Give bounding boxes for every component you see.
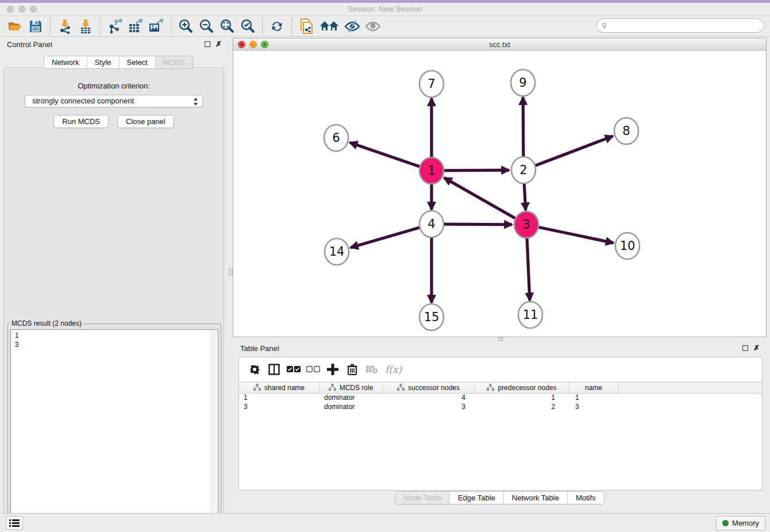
node-label: 2 [519, 163, 527, 177]
node-10[interactable]: 10 [615, 233, 640, 259]
network-graph[interactable]: 7968124314101511 [233, 51, 766, 337]
table-panel-title: Table Panel [240, 344, 279, 353]
cell[interactable]: 1 [475, 394, 569, 403]
table-row[interactable]: 3dominator323 [239, 403, 762, 412]
node-label: 15 [424, 310, 440, 324]
cell[interactable]: dominator [319, 403, 383, 412]
splitpane-divider-handle[interactable] [498, 337, 503, 341]
close-panel-icon[interactable]: ✗ [753, 344, 760, 352]
node-1[interactable]: 1 [419, 157, 444, 184]
edge-3-1[interactable] [444, 178, 526, 225]
optimization-criterion-dropdown[interactable]: strongly connected component [25, 95, 203, 107]
close-panel-icon[interactable]: ✗ [215, 40, 222, 48]
node-9[interactable]: 9 [511, 70, 535, 96]
tab-style[interactable]: Style [87, 56, 120, 68]
mcds-tab-content: Optimization criterion: strongly connect… [3, 67, 224, 532]
main-toolbar: ⚲ [0, 16, 770, 37]
network-view-window: ✕ − + scc.txt 7968124314101511 [233, 38, 767, 337]
node-label: 14 [329, 245, 345, 259]
network-canvas[interactable]: 7968124314101511 [233, 51, 766, 337]
tab-edge-table[interactable]: Edge Table [450, 492, 504, 504]
splitpane-divider-handle[interactable] [228, 268, 233, 275]
zoom-fit-icon[interactable] [218, 18, 236, 34]
tree-icon [397, 384, 405, 392]
show-eye-icon[interactable] [364, 18, 382, 34]
node-15[interactable]: 15 [419, 304, 444, 330]
edge-3-10[interactable] [526, 225, 614, 243]
save-icon[interactable] [27, 18, 44, 34]
scrollbar[interactable] [211, 330, 217, 531]
tab-network-table[interactable]: Network Table [504, 492, 568, 504]
tab-network[interactable]: Network [44, 56, 87, 68]
cell[interactable]: 4 [383, 394, 475, 403]
tab-select[interactable]: Select [120, 56, 156, 68]
mcds-result-list[interactable]: 13 [10, 329, 218, 532]
tab-motifs[interactable]: Motifs [568, 492, 604, 504]
tree-icon [329, 384, 336, 392]
network-window-title: scc.txt [233, 40, 766, 49]
node-14[interactable]: 14 [325, 238, 349, 265]
gear-icon[interactable] [245, 361, 264, 378]
columns-icon[interactable] [264, 361, 284, 378]
refresh-layout-icon[interactable] [268, 18, 286, 34]
select-all-icon[interactable] [284, 361, 303, 378]
cell[interactable]: dominator [319, 394, 383, 403]
task-history-button[interactable] [6, 516, 23, 530]
column-header-name[interactable]: name [569, 383, 618, 393]
delete-table-icon[interactable] [362, 361, 382, 378]
edge-1-6[interactable] [350, 142, 432, 171]
zoom-selected-icon[interactable] [239, 18, 256, 34]
cell[interactable]: 3 [239, 403, 319, 412]
search-field[interactable]: ⚲ [596, 18, 764, 33]
search-input[interactable] [610, 22, 759, 30]
table-row[interactable]: 1dominator411 [239, 394, 762, 403]
column-header-MCDS-role[interactable]: MCDS role [319, 383, 383, 393]
add-icon[interactable] [323, 361, 342, 378]
chevron-up-down-icon [193, 97, 198, 107]
import-network-icon[interactable] [56, 18, 74, 34]
export-table-icon[interactable] [127, 18, 144, 34]
node-11[interactable]: 11 [518, 302, 542, 328]
export-network-icon[interactable] [106, 18, 124, 34]
table-panel-header: Table Panel ✗ [233, 342, 767, 356]
cell[interactable]: 1 [239, 394, 319, 403]
close-panel-button[interactable]: Close panel [117, 115, 174, 128]
node-4[interactable]: 4 [419, 211, 444, 237]
toolbar-separator [262, 18, 263, 35]
cell[interactable]: 3 [569, 403, 618, 412]
tab-mcds[interactable]: MCDS [156, 56, 192, 68]
open-folder-icon[interactable] [6, 18, 24, 34]
export-image-icon[interactable] [148, 18, 165, 34]
float-panel-icon[interactable] [742, 345, 748, 351]
node-2[interactable]: 2 [511, 157, 536, 183]
function-icon[interactable]: f(x) [385, 364, 402, 375]
cell[interactable]: 3 [383, 403, 475, 412]
column-header-predecessor-nodes[interactable]: predecessor nodes [475, 383, 569, 393]
zoom-in-icon[interactable] [177, 18, 194, 34]
hide-eye-icon[interactable] [344, 18, 361, 34]
network-window-titlebar[interactable]: ✕ − + scc.txt [233, 38, 766, 51]
run-mcds-button[interactable]: Run MCDS [53, 115, 109, 128]
statusbar: Memory [0, 513, 770, 532]
node-6[interactable]: 6 [324, 125, 348, 151]
node-label: 10 [620, 239, 636, 253]
toolbar-separator [100, 18, 101, 35]
cell[interactable]: 1 [569, 394, 618, 403]
node-3[interactable]: 3 [514, 211, 538, 238]
column-header-shared-name[interactable]: shared name [239, 383, 319, 393]
import-table-icon[interactable] [77, 18, 94, 34]
home-icon[interactable] [318, 18, 340, 34]
column-header-successor-nodes[interactable]: successor nodes [383, 383, 475, 393]
node-label: 8 [622, 124, 630, 138]
deselect-all-icon[interactable] [303, 361, 323, 378]
tab-node-table[interactable]: Node Table [395, 492, 450, 504]
zoom-out-icon[interactable] [198, 18, 215, 34]
cell[interactable]: 2 [475, 403, 569, 412]
edge-2-8[interactable] [523, 136, 613, 170]
float-panel-icon[interactable] [205, 41, 210, 47]
trash-icon[interactable] [342, 361, 362, 378]
memory-button[interactable]: Memory [716, 516, 765, 530]
copy-style-icon[interactable] [298, 18, 315, 34]
node-7[interactable]: 7 [419, 71, 444, 97]
node-8[interactable]: 8 [614, 118, 638, 144]
